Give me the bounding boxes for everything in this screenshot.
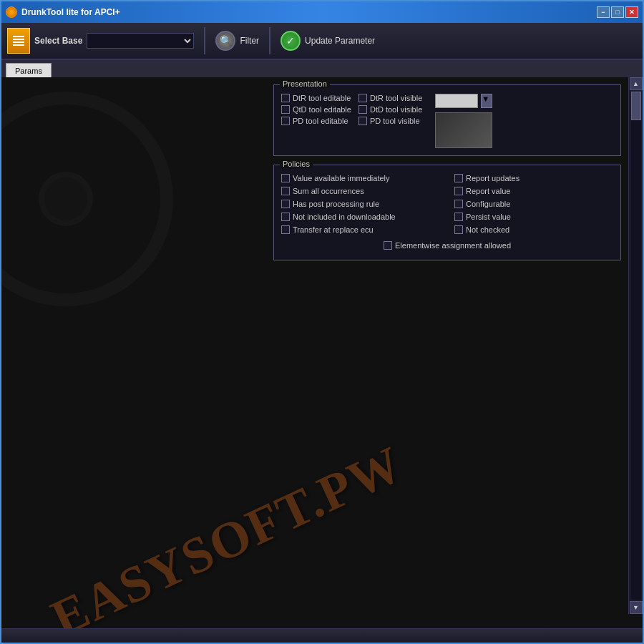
cb-not-checked-box[interactable] [454,225,463,234]
window-title: DrunkTool lite for APCI+ [21,7,120,17]
cb-dtr-visible-label: DtR tool visible [370,94,422,102]
cb-report-updates-label: Report updates [466,174,519,182]
cb-dtd-visible: DtD tool visible [358,105,422,114]
cb-configurable-box[interactable] [454,200,463,208]
cb-persist-value: Persist value [454,213,613,221]
cb-dtr-editable-label: DtR tool editable [293,94,351,102]
panels-area: Presentation DtR tool editable QtD tool … [273,84,621,260]
cb-not-checked-label: Not checked [466,225,509,234]
update-param-icon: ✓ [280,31,301,51]
select-base-icon [7,28,30,54]
scroll-down-button[interactable]: ▼ [630,601,643,614]
policies-checkboxes: Value available immediately Report updat… [281,174,613,237]
cb-post-processing-box[interactable] [281,200,290,208]
maximize-button[interactable]: □ [611,6,624,18]
svg-rect-0 [13,36,24,37]
cb-transfer-replace-label: Transfer at replace ecu [293,225,374,234]
cb-post-processing-label: Has post processing rule [293,200,379,208]
scrollbar: ▲ ▼ [628,77,643,614]
toolbar-separator-1 [204,27,205,54]
presentation-panel: Presentation DtR tool editable QtD tool … [273,84,621,156]
cb-not-checked: Not checked [454,225,613,234]
preview-box [435,112,492,148]
presentation-checkboxes-left: DtR tool editable QtD tool editable PD t… [281,94,351,148]
cb-report-value: Report value [454,187,613,195]
select-base-dropdown[interactable] [87,33,194,49]
cb-report-value-box[interactable] [454,187,463,195]
watermark: EASYSOFT.PW [42,434,411,628]
update-param-label: Update Parameter [305,36,375,46]
presentation-color-area: ▼ [435,94,492,148]
title-buttons: − □ ✕ [597,6,638,18]
color-picker[interactable] [435,94,478,108]
main-content: EASYSOFT.PW Presentation DtR tool editab… [1,77,643,628]
cb-elementwise-box[interactable] [384,241,392,250]
cb-pd-visible: PD tool visible [358,117,422,125]
status-bar [1,628,643,643]
scroll-thumb[interactable] [631,92,641,120]
cb-pd-visible-box[interactable] [358,117,367,125]
color-picker-row: ▼ [435,94,492,108]
bg-wheel-decoration [1,92,173,306]
cb-elementwise-label: Elementwise assignment allowed [395,241,511,250]
cb-dtr-editable: DtR tool editable [281,94,351,102]
select-base-label: Select Base [34,36,82,46]
svg-rect-1 [13,39,24,40]
presentation-title: Presentation [280,79,330,88]
tab-bar: Params [1,60,643,77]
cb-sum-occurrences-label: Sum all occurrences [293,187,364,195]
minimize-button[interactable]: − [597,6,610,18]
cb-sum-occurrences: Sum all occurrences [281,187,440,195]
presentation-checkboxes-right: DtR tool visible DtD tool visible PD too… [358,94,422,148]
cb-report-value-label: Report value [466,187,510,195]
scroll-track [631,92,641,600]
color-dropdown-arrow[interactable]: ▼ [481,94,492,108]
cb-not-downloadable-box[interactable] [281,213,290,221]
title-bar-left: DrunkTool lite for APCI+ [6,6,120,18]
cb-persist-value-box[interactable] [454,213,463,221]
filter-button[interactable]: 🔍 Filter [215,31,259,51]
toolbar: Select Base 🔍 Filter ✓ Update Parameter [1,23,643,60]
cb-value-available-box[interactable] [281,174,290,182]
filter-label: Filter [240,36,259,46]
presentation-content: DtR tool editable QtD tool editable PD t… [281,94,613,148]
cb-transfer-replace: Transfer at replace ecu [281,225,440,234]
cb-value-available-label: Value available immediately [293,174,390,182]
cb-value-available: Value available immediately [281,174,440,182]
cb-dtr-editable-box[interactable] [281,94,290,102]
cb-elementwise: Elementwise assignment allowed [384,241,511,250]
main-window: DrunkTool lite for APCI+ − □ ✕ Select Ba… [0,0,644,644]
tab-params[interactable]: Params [6,63,52,77]
filter-icon: 🔍 [215,31,235,51]
cb-not-downloadable-label: Not included in downloadable [293,213,396,221]
cb-pd-editable-box[interactable] [281,117,290,125]
cb-persist-value-label: Persist value [466,213,511,221]
close-button[interactable]: ✕ [625,6,638,18]
cb-pd-visible-label: PD tool visible [370,117,420,125]
cb-report-updates-box[interactable] [454,174,463,182]
app-icon [6,6,17,18]
cb-report-updates: Report updates [454,174,613,182]
cb-configurable: Configurable [454,200,613,208]
policies-panel: Policies Value available immediately Rep… [273,165,621,260]
cb-transfer-replace-box[interactable] [281,225,290,234]
svg-rect-2 [13,42,24,43]
cb-qtd-editable-box[interactable] [281,105,290,114]
cb-sum-occurrences-box[interactable] [281,187,290,195]
cb-dtr-visible: DtR tool visible [358,94,422,102]
cb-dtr-visible-box[interactable] [358,94,367,102]
cb-not-downloadable: Not included in downloadable [281,213,440,221]
title-bar: DrunkTool lite for APCI+ − □ ✕ [1,1,643,23]
elementwise-row: Elementwise assignment allowed [281,241,613,253]
cb-qtd-editable-label: QtD tool editable [293,105,351,114]
update-param-button[interactable]: ✓ Update Parameter [280,31,375,51]
cb-configurable-label: Configurable [466,200,510,208]
toolbar-separator-2 [269,27,270,54]
cb-qtd-editable: QtD tool editable [281,105,351,114]
tab-params-label: Params [15,67,42,75]
svg-rect-3 [13,44,24,46]
cb-dtd-visible-box[interactable] [358,105,367,114]
scroll-up-button[interactable]: ▲ [630,77,643,90]
cb-post-processing: Has post processing rule [281,200,440,208]
select-base-item: Select Base [7,28,194,54]
